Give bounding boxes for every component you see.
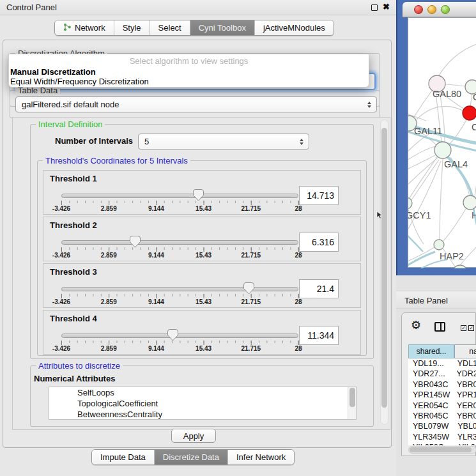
table-row[interactable]: YBR043CYBR0 — [408, 380, 476, 390]
algorithm-dropdown: Select algorithm to view settings Manual… — [8, 54, 369, 88]
scale-label: 21.715 — [242, 298, 261, 305]
scale-label: 9.144 — [148, 298, 164, 305]
network-window: GAL80GACGAL11GAL4GCY1HHAP2 — [396, 0, 476, 275]
panel-title: Control Panel — [6, 3, 57, 12]
tab-network[interactable]: Network — [55, 20, 114, 35]
num-intervals-select[interactable]: 5 — [138, 134, 309, 150]
scale-label: 28 — [295, 252, 302, 259]
slider-track[interactable] — [61, 334, 298, 338]
network-edge — [408, 155, 435, 170]
table-row[interactable]: YBL079WYBL0 — [408, 421, 476, 431]
attribute-item-selfloops[interactable]: SelfLoops — [49, 387, 356, 398]
columns-icon[interactable] — [434, 322, 445, 332]
network-node-c[interactable] — [463, 106, 476, 120]
network-canvas[interactable]: GAL80GACGAL11GAL4GCY1HHAP2 — [408, 17, 476, 268]
node-label-gal80: GAL80 — [433, 89, 461, 99]
table-row[interactable]: YDL19...YDL1 — [408, 358, 476, 369]
cell-name: YBR0 — [452, 411, 476, 421]
network-edge — [438, 43, 476, 77]
column-header-na[interactable]: na — [454, 344, 476, 358]
table-panel-title: Table Panel — [404, 296, 448, 305]
select-all-checkbox-icon[interactable]: ✓ — [461, 325, 466, 331]
tab-label: Discretize Data — [163, 452, 219, 462]
dropdown-placeholder: Select algorithm to view settings — [9, 56, 369, 67]
table-row[interactable]: YER054CYER0 — [408, 401, 476, 411]
network-node-h[interactable] — [463, 196, 476, 210]
close-window-icon[interactable] — [414, 5, 423, 14]
network-edge — [414, 91, 432, 117]
slider-track[interactable] — [61, 240, 298, 245]
network-icon — [63, 23, 72, 33]
scale-label: 21.715 — [242, 345, 261, 352]
column-header-shared-[interactable]: shared... — [408, 344, 454, 358]
scale-label: -3.426 — [52, 298, 70, 305]
numerical-attributes-list[interactable]: SelfLoopsTopologicalCoefficientBetweenne… — [49, 387, 357, 420]
table-row[interactable]: YLR345WYLR3 — [408, 432, 476, 442]
cell-name: YIL0 — [454, 442, 475, 445]
threshold-label: Threshold 4 — [50, 314, 97, 323]
dropdown-item-equal-width-frequency-discretization[interactable]: Equal Width/Frequency Discretization — [9, 77, 369, 86]
table-data-select[interactable]: galFiltered.sif default node — [15, 96, 377, 112]
threshold-value-field[interactable]: 11.344 — [299, 326, 339, 345]
float-panel-icon[interactable] — [371, 4, 378, 11]
network-node-gal4[interactable] — [434, 142, 451, 158]
scale-label: 9.144 — [148, 345, 164, 352]
table-data-group: Table Data galFiltered.sif default node — [10, 90, 380, 118]
threshold-panel-4: Threshold 4-3.4262.8599.14415.4321.71528… — [43, 310, 361, 355]
table-row[interactable]: YIL052CYIL0 — [408, 442, 476, 445]
cell-shared-name: YBR045C — [408, 411, 452, 421]
slider-major-ticks — [61, 294, 299, 298]
scrollbar-thumb[interactable] — [381, 128, 387, 408]
panel-scrollbar[interactable] — [380, 119, 388, 425]
table-rows: YDL19...YDL1YDR27...YDR2YBR043CYBR0YPR14… — [408, 358, 476, 445]
minimize-window-icon[interactable] — [427, 5, 436, 14]
threshold-value-field[interactable]: 6.316 — [299, 233, 339, 252]
interval-definition-group: Interval Definition Number of Intervals … — [30, 124, 374, 359]
network-node-hap2[interactable] — [434, 240, 444, 250]
cell-shared-name: YBR043C — [408, 380, 452, 390]
attribute-item-topologicalcoefficient[interactable]: TopologicalCoefficient — [49, 398, 356, 409]
network-edge — [408, 160, 439, 208]
threshold-value-field[interactable]: 21.4 — [299, 279, 339, 298]
tab-select[interactable]: Select — [150, 20, 190, 35]
table-row[interactable]: YPR145WYPR1 — [408, 390, 476, 400]
cell-name: YBR0 — [452, 380, 476, 390]
zoom-window-icon[interactable] — [441, 5, 450, 14]
network-edge — [408, 146, 435, 161]
scale-label: 15.43 — [196, 252, 211, 259]
node-label-gal11: GAL11 — [414, 126, 442, 136]
attribute-item-betweennesscentrality[interactable]: BetweennessCentrality — [49, 409, 356, 420]
slider-handle[interactable] — [130, 236, 141, 248]
slider-track[interactable] — [61, 287, 298, 291]
scale-label: 9.144 — [148, 252, 164, 259]
tab-discretize-data[interactable]: Discretize Data — [154, 450, 227, 464]
close-panel-icon[interactable]: ✖ — [383, 2, 390, 12]
table-hscrollbar[interactable] — [408, 446, 476, 454]
network-node-gcy1[interactable] — [408, 197, 412, 209]
tab-jactivemnodules[interactable]: jActiveMNodules — [254, 20, 334, 35]
cell-shared-name: YLR345W — [408, 432, 453, 442]
tab-style[interactable]: Style — [114, 20, 150, 35]
slider-handle[interactable] — [167, 329, 178, 341]
tab-label: Network — [75, 23, 105, 33]
cell-shared-name: YIL052C — [408, 442, 454, 445]
hscrollbar-thumb[interactable] — [410, 447, 472, 452]
gear-icon[interactable]: ⚙ — [411, 318, 421, 332]
tab-infer-network[interactable]: Infer Network — [227, 450, 294, 464]
slider-major-ticks — [61, 341, 299, 345]
threshold-value-field[interactable]: 14.713 — [299, 186, 339, 205]
threshold-label: Threshold 3 — [50, 267, 97, 277]
slider-track[interactable] — [61, 194, 298, 198]
select-rows-checkbox-icon[interactable]: ✓ — [468, 325, 474, 331]
tab-cyni-toolbox[interactable]: Cyni Toolbox — [190, 20, 254, 35]
apply-button[interactable]: Apply — [171, 429, 216, 443]
control-panel-titlebar: Control Panel ✖ — [0, 0, 396, 15]
list-scrollbar[interactable] — [348, 387, 356, 419]
dropdown-item-manual-discretization[interactable]: Manual Discretization — [9, 67, 369, 77]
node-label-gal4: GAL4 — [444, 159, 468, 169]
slider-handle[interactable] — [193, 189, 204, 201]
table-row[interactable]: YBR045CYBR0 — [408, 411, 476, 421]
tab-impute-data[interactable]: Impute Data — [92, 450, 154, 464]
table-row[interactable]: YDR27...YDR2 — [408, 369, 476, 379]
slider-handle[interactable] — [243, 282, 254, 295]
